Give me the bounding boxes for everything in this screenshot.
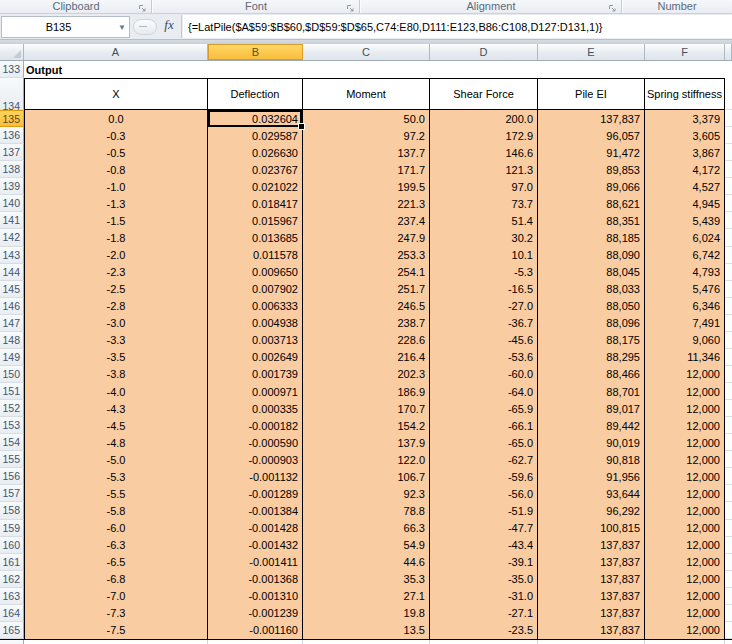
- cell-pile-ei[interactable]: 137,837: [538, 571, 645, 588]
- empty-cell[interactable]: [725, 144, 732, 161]
- row-header[interactable]: 143: [0, 247, 24, 264]
- cell-pile-ei[interactable]: 137,837: [538, 622, 645, 639]
- cell-moment[interactable]: 216.4: [303, 349, 430, 366]
- cell-shear-force[interactable]: -51.9: [430, 502, 538, 519]
- cell-spring-stiffness[interactable]: 12,000: [645, 383, 725, 400]
- cell-moment[interactable]: 50.0: [303, 110, 430, 127]
- cell-x[interactable]: -2.0: [24, 247, 208, 264]
- cell-shear-force[interactable]: -27.0: [430, 298, 538, 315]
- cell-x[interactable]: -7.5: [24, 622, 208, 639]
- cell-pile-ei[interactable]: 89,017: [538, 400, 645, 417]
- empty-cell[interactable]: [725, 383, 732, 400]
- row-header[interactable]: 154: [0, 434, 24, 451]
- cell-deflection[interactable]: -0.000590: [208, 434, 303, 451]
- empty-cell[interactable]: [725, 400, 732, 417]
- row-header[interactable]: 160: [0, 537, 24, 554]
- cell-pile-ei[interactable]: 88,090: [538, 247, 645, 264]
- cell-shear-force[interactable]: -45.6: [430, 332, 538, 349]
- header-cell-shear-force[interactable]: Shear Force: [430, 78, 538, 110]
- cell-shear-force[interactable]: 146.6: [430, 144, 538, 161]
- cell-deflection[interactable]: 0.004938: [208, 315, 303, 332]
- dialog-launcher-icon[interactable]: [138, 3, 147, 12]
- empty-cell[interactable]: [725, 588, 732, 605]
- cell-shear-force[interactable]: -16.5: [430, 281, 538, 298]
- row-header[interactable]: 135: [0, 110, 24, 127]
- empty-cell[interactable]: [725, 281, 732, 298]
- cell-moment[interactable]: 19.8: [303, 605, 430, 622]
- empty-cell[interactable]: [725, 332, 732, 349]
- empty-cell[interactable]: [725, 451, 732, 468]
- cell-spring-stiffness[interactable]: 12,000: [645, 605, 725, 622]
- column-header-c[interactable]: C: [303, 44, 430, 60]
- cell-deflection[interactable]: -0.001289: [208, 485, 303, 502]
- cell-spring-stiffness[interactable]: 12,000: [645, 502, 725, 519]
- select-all-button[interactable]: [0, 44, 24, 60]
- cell-x[interactable]: -1.8: [24, 229, 208, 246]
- empty-cell[interactable]: [725, 247, 732, 264]
- cell-moment[interactable]: 199.5: [303, 178, 430, 195]
- cell-pile-ei[interactable]: 137,837: [538, 588, 645, 605]
- cell-pile-ei[interactable]: 88,701: [538, 383, 645, 400]
- cell-x[interactable]: -6.0: [24, 520, 208, 537]
- cell-spring-stiffness[interactable]: 12,000: [645, 537, 725, 554]
- cell-spring-stiffness[interactable]: 3,867: [645, 144, 725, 161]
- cell-deflection[interactable]: -0.001432: [208, 537, 303, 554]
- empty-cell[interactable]: [725, 434, 732, 451]
- row-header[interactable]: 145: [0, 281, 24, 298]
- column-header-partial[interactable]: [725, 44, 732, 60]
- cell-x[interactable]: -4.8: [24, 434, 208, 451]
- empty-cell[interactable]: [725, 195, 732, 212]
- cell-pile-ei[interactable]: 88,621: [538, 195, 645, 212]
- cell-deflection[interactable]: 0.015967: [208, 212, 303, 229]
- cell-moment[interactable]: 254.1: [303, 264, 430, 281]
- cell-moment[interactable]: 122.0: [303, 451, 430, 468]
- row-header[interactable]: 151: [0, 383, 24, 400]
- cell-shear-force[interactable]: -39.1: [430, 554, 538, 571]
- column-header-d[interactable]: D: [430, 44, 538, 60]
- section-title[interactable]: Output: [24, 61, 732, 78]
- empty-cell[interactable]: [725, 212, 732, 229]
- row-header[interactable]: 137: [0, 144, 24, 161]
- cell-spring-stiffness[interactable]: 12,000: [645, 571, 725, 588]
- cell-moment[interactable]: 221.3: [303, 195, 430, 212]
- empty-cell[interactable]: [725, 468, 732, 485]
- cell-deflection[interactable]: -0.001160: [208, 622, 303, 639]
- empty-cell[interactable]: [725, 485, 732, 502]
- cell-deflection[interactable]: -0.000903: [208, 451, 303, 468]
- column-header-e[interactable]: E: [538, 44, 645, 60]
- cell-pile-ei[interactable]: 90,019: [538, 434, 645, 451]
- cell-x[interactable]: -4.0: [24, 383, 208, 400]
- cell-moment[interactable]: 171.7: [303, 161, 430, 178]
- row-header[interactable]: 158: [0, 502, 24, 519]
- cell-moment[interactable]: 27.1: [303, 588, 430, 605]
- cell-spring-stiffness[interactable]: 4,945: [645, 195, 725, 212]
- cell-moment[interactable]: 170.7: [303, 400, 430, 417]
- cell-pile-ei[interactable]: 96,057: [538, 127, 645, 144]
- cell-moment[interactable]: 251.7: [303, 281, 430, 298]
- cell-spring-stiffness[interactable]: 12,000: [645, 622, 725, 639]
- cell-shear-force[interactable]: -62.7: [430, 451, 538, 468]
- cell-x[interactable]: -0.5: [24, 144, 208, 161]
- cell-spring-stiffness[interactable]: 3,379: [645, 110, 725, 127]
- row-header[interactable]: 149: [0, 349, 24, 366]
- cell-x[interactable]: -7.3: [24, 605, 208, 622]
- cell-deflection[interactable]: 0.001739: [208, 366, 303, 383]
- cell-pile-ei[interactable]: 89,066: [538, 178, 645, 195]
- cell-spring-stiffness[interactable]: 12,000: [645, 468, 725, 485]
- cell-pile-ei[interactable]: 89,853: [538, 161, 645, 178]
- row-header[interactable]: 144: [0, 264, 24, 281]
- header-cell-deflection[interactable]: Deflection: [208, 78, 303, 110]
- cell-deflection[interactable]: 0.002649: [208, 349, 303, 366]
- cell-deflection[interactable]: -0.000182: [208, 417, 303, 434]
- cell-spring-stiffness[interactable]: 4,527: [645, 178, 725, 195]
- empty-cell[interactable]: [725, 520, 732, 537]
- cell-pile-ei[interactable]: 91,472: [538, 144, 645, 161]
- cell-shear-force[interactable]: -36.7: [430, 315, 538, 332]
- cell-deflection[interactable]: 0.011578: [208, 247, 303, 264]
- cell-spring-stiffness[interactable]: 4,172: [645, 161, 725, 178]
- cell-deflection[interactable]: -0.001428: [208, 520, 303, 537]
- cell-spring-stiffness[interactable]: 11,346: [645, 349, 725, 366]
- header-cell-moment[interactable]: Moment: [303, 78, 430, 110]
- cell-deflection[interactable]: 0.009650: [208, 264, 303, 281]
- header-cell-x[interactable]: X: [24, 78, 208, 110]
